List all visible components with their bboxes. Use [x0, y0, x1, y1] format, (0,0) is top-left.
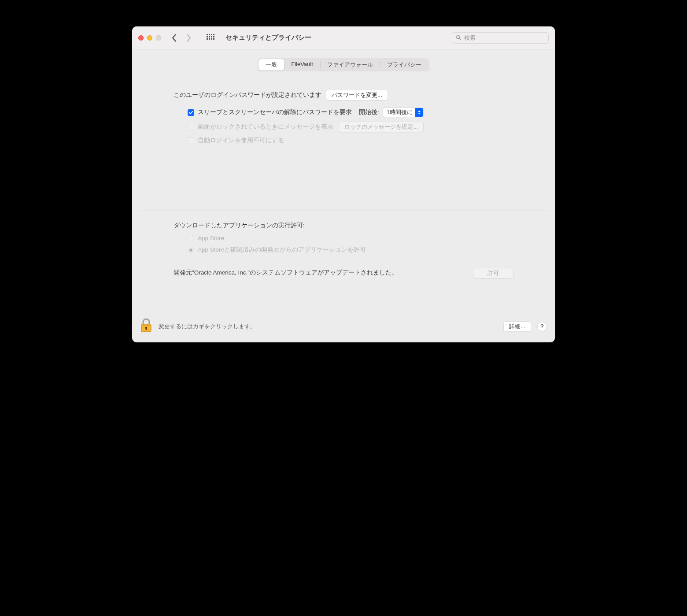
require-password-delay-value: 1時間後に: [387, 108, 413, 116]
after-label: 開始後:: [359, 108, 379, 116]
svg-rect-3: [213, 34, 214, 35]
titlebar: セキュリティとプライバシー: [132, 26, 555, 49]
radio-appstore-label: App Store: [198, 235, 224, 241]
minimize-window[interactable]: [147, 35, 152, 41]
svg-rect-15: [141, 324, 151, 326]
back-button[interactable]: [169, 32, 180, 44]
svg-rect-7: [213, 36, 214, 37]
set-lock-message-button: ロックのメッセージを設定...: [339, 122, 424, 132]
lock-hint-text: 変更するにはカギをクリックします。: [159, 323, 256, 330]
radio-identified-developers: [188, 247, 194, 253]
lock-message-label: 画面がロックされているときにメッセージを表示: [198, 123, 333, 131]
svg-rect-17: [146, 328, 147, 330]
forward-button: [183, 32, 194, 44]
lock-message-checkbox: [188, 124, 194, 130]
change-password-button[interactable]: パスワードを変更...: [326, 90, 388, 100]
allow-button: 許可: [473, 268, 513, 278]
svg-rect-5: [209, 36, 210, 37]
radio-appstore: [188, 235, 194, 241]
footer: 変更するにはカギをクリックします。 詳細... ?: [132, 311, 555, 342]
svg-rect-6: [211, 36, 212, 37]
disable-autologin-checkbox: [188, 137, 194, 144]
tab-filevault[interactable]: FileVault: [284, 59, 320, 71]
window-title: セキュリティとプライバシー: [225, 33, 311, 42]
svg-rect-2: [211, 34, 212, 35]
tab-bar: 一般 FileVault ファイアウォール プライバシー: [258, 58, 429, 71]
disable-autologin-label: 自動ログインを使用不可にする: [198, 137, 284, 145]
downloads-heading: ダウンロードしたアプリケーションの実行許可:: [174, 222, 513, 230]
search-icon: [456, 35, 462, 41]
require-password-delay-select[interactable]: 1時間後に: [383, 108, 424, 117]
require-password-checkbox[interactable]: [188, 109, 194, 116]
select-stepper-icon: [415, 108, 423, 117]
preferences-window: セキュリティとプライバシー 一般 FileVault ファイアウォール プライバ…: [132, 26, 555, 342]
require-password-label: スリープとスクリーンセーバの解除にパスワードを要求: [198, 108, 352, 116]
svg-rect-1: [209, 34, 210, 35]
svg-rect-4: [207, 36, 208, 37]
show-all-icon[interactable]: [205, 32, 216, 44]
search-field[interactable]: [452, 32, 549, 44]
svg-rect-0: [207, 34, 208, 35]
zoom-window: [156, 35, 161, 41]
tab-general[interactable]: 一般: [259, 59, 284, 71]
radio-identified-developers-label: App Storeと確認済みの開発元からのアプリケーションを許可: [198, 246, 366, 254]
svg-rect-10: [211, 38, 212, 40]
svg-rect-9: [209, 38, 210, 40]
developer-update-text: 開発元"Oracle America, Inc."のシステムソフトウェアがアップ…: [174, 268, 398, 278]
svg-rect-11: [213, 38, 214, 40]
search-input[interactable]: [464, 34, 545, 41]
help-button[interactable]: ?: [537, 322, 547, 331]
svg-rect-8: [207, 38, 208, 40]
lock-icon[interactable]: [140, 318, 152, 334]
tab-firewall[interactable]: ファイアウォール: [320, 59, 380, 71]
close-window[interactable]: [138, 35, 144, 41]
advanced-button[interactable]: 詳細...: [503, 321, 531, 332]
window-controls: [138, 35, 161, 41]
divider: [138, 211, 549, 211]
tab-privacy[interactable]: プライバシー: [380, 59, 428, 71]
svg-line-13: [459, 38, 461, 40]
password-set-label: このユーザのログインパスワードが設定されています: [174, 91, 321, 99]
